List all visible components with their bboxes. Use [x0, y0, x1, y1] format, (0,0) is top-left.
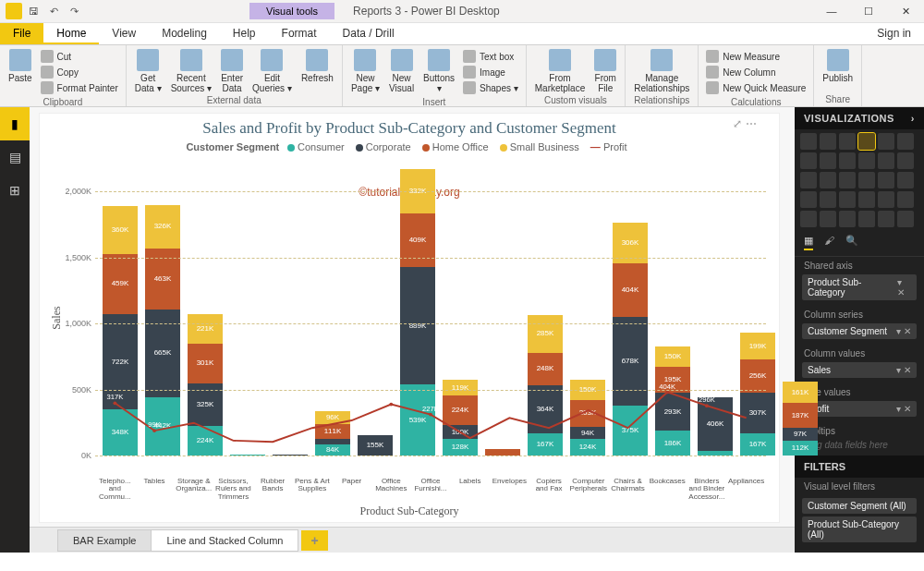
data-view-icon[interactable]: ▤ — [0, 140, 30, 174]
text-box-button[interactable]: Text box — [463, 49, 518, 64]
get-data-button[interactable]: Get Data ▾ — [130, 47, 166, 95]
bar-segment[interactable]: 203K — [570, 400, 605, 427]
shapes-button[interactable]: Shapes ▾ — [463, 80, 518, 95]
refresh-button[interactable]: Refresh — [297, 47, 338, 85]
bar-segment[interactable]: 97K — [783, 428, 818, 441]
bar-segment[interactable]: 364K — [528, 385, 563, 433]
new-measure-button[interactable]: New Measure — [706, 49, 806, 64]
bar-segment[interactable]: 199K — [740, 333, 775, 358]
viz-type-icon[interactable] — [858, 191, 875, 208]
bar-segment[interactable]: 404K — [613, 263, 648, 317]
copy-button[interactable]: Copy — [41, 65, 118, 79]
viz-type-icon[interactable] — [858, 211, 875, 227]
bar-segment[interactable]: 301K — [188, 344, 223, 383]
add-sheet-button[interactable]: + — [301, 530, 327, 551]
edit-queries-button[interactable]: Edit Queries ▾ — [248, 47, 297, 95]
viz-type-icon[interactable] — [839, 133, 856, 150]
focus-mode-icon[interactable]: ⤢ — [733, 117, 742, 130]
bar-segment[interactable]: 150K — [655, 346, 690, 366]
bar-segment[interactable]: 375K — [613, 406, 648, 456]
new-column-button[interactable]: New Column — [706, 65, 806, 79]
bar-segment[interactable]: 112K — [783, 441, 818, 456]
viz-type-icon[interactable] — [839, 211, 856, 227]
model-view-icon[interactable]: ⊞ — [0, 174, 30, 207]
sheet-tab[interactable]: Line and Stacked Column — [151, 529, 298, 552]
tab-view[interactable]: View — [99, 23, 149, 44]
shared-axis-field[interactable]: Product Sub-Category▾ ✕ — [802, 274, 917, 300]
bar-segment[interactable]: 459K — [103, 254, 138, 315]
bar-segment[interactable]: 256K — [740, 359, 775, 394]
viz-type-icon[interactable] — [800, 191, 817, 208]
image-button[interactable]: Image — [463, 65, 518, 79]
bar-segment[interactable]: 326K — [145, 205, 180, 249]
bar-segment[interactable]: 84K — [315, 444, 350, 456]
bar-segment[interactable]: 161K — [783, 382, 818, 403]
bar-segment[interactable]: 665K — [145, 310, 180, 397]
format-painter-button[interactable]: Format Painter — [41, 80, 118, 95]
file-tab[interactable]: File — [0, 23, 43, 44]
tab-modeling[interactable]: Modeling — [149, 23, 220, 44]
bar-segment[interactable]: 187K — [783, 403, 818, 428]
bar-segment[interactable]: 406K — [698, 397, 733, 451]
viz-type-icon[interactable] — [897, 172, 914, 188]
bar-segment[interactable]: 119K — [443, 380, 478, 395]
viz-type-icon[interactable] — [878, 133, 894, 150]
tab-home[interactable]: Home — [43, 23, 99, 44]
column-series-field[interactable]: Customer Segment▾ ✕ — [802, 323, 917, 339]
viz-type-icon[interactable] — [858, 172, 875, 188]
bar-segment[interactable]: 248K — [528, 353, 563, 385]
bar-segment[interactable] — [485, 449, 520, 456]
bar-segment[interactable]: 409K — [400, 213, 435, 267]
cut-button[interactable]: Cut — [41, 49, 118, 64]
remove-field-icon[interactable]: ▾ ✕ — [896, 404, 911, 414]
viz-type-icon[interactable] — [800, 211, 817, 227]
viz-type-icon[interactable] — [897, 211, 914, 227]
viz-type-icon[interactable] — [800, 133, 817, 150]
viz-type-icon[interactable] — [839, 172, 856, 188]
undo-icon[interactable]: ↶ — [44, 2, 63, 20]
bar-segment[interactable]: 94K — [570, 427, 605, 439]
publish-button[interactable]: Publish — [818, 47, 857, 85]
remove-field-icon[interactable]: ▾ ✕ — [897, 277, 911, 298]
remove-field-icon[interactable]: ▾ ✕ — [896, 326, 911, 336]
redo-icon[interactable]: ↷ — [65, 2, 83, 20]
viz-type-icon[interactable] — [820, 211, 836, 227]
bar-segment[interactable]: 128K — [443, 439, 478, 456]
bar-segment[interactable]: 360K — [103, 206, 138, 253]
viz-type-icon[interactable] — [897, 152, 914, 169]
maximize-button[interactable]: ☐ — [850, 0, 887, 23]
bar-segment[interactable]: 889K — [400, 267, 435, 384]
bar-segment[interactable]: 111K — [315, 424, 350, 439]
viz-type-icon[interactable] — [820, 152, 836, 169]
filter-pill[interactable]: Customer Segment (All) — [802, 498, 917, 514]
manage-relationships-button[interactable]: Manage Relationships — [629, 47, 694, 95]
buttons-button[interactable]: Buttons ▾ — [419, 47, 459, 95]
viz-type-icon[interactable] — [858, 152, 875, 169]
line-values-field[interactable]: Profit▾ ✕ — [802, 401, 917, 417]
minimize-button[interactable]: — — [813, 0, 850, 23]
fields-tab-icon[interactable]: ▦ — [804, 235, 813, 250]
tab-help[interactable]: Help — [220, 23, 269, 44]
bar-segment[interactable]: 96K — [315, 411, 350, 424]
new-page-button[interactable]: New Page ▾ — [346, 47, 384, 95]
bar-segment[interactable]: 221K — [188, 314, 223, 344]
bar-segment[interactable]: 678K — [613, 317, 648, 407]
bar-segment[interactable]: 167K — [740, 433, 775, 456]
bar-segment[interactable]: 224K — [443, 395, 478, 425]
chart-visual[interactable]: ⤢ ⋯ Sales and Profit by Product Sub-Cate… — [39, 113, 780, 523]
remove-field-icon[interactable]: ▾ ✕ — [896, 365, 911, 375]
bar-segment[interactable]: 307K — [740, 393, 775, 433]
report-view-icon[interactable]: ▮ — [0, 107, 30, 140]
viz-type-icon[interactable] — [878, 211, 894, 227]
tab-data-drill[interactable]: Data / Drill — [330, 23, 407, 44]
bar-segment[interactable]: 124K — [570, 439, 605, 456]
viz-type-icon[interactable] — [839, 152, 856, 169]
new-quick-measure-button[interactable]: New Quick Measure — [706, 80, 806, 95]
viz-type-icon[interactable] — [897, 133, 914, 150]
from-file-button[interactable]: From File — [590, 47, 621, 95]
column-values-field[interactable]: Sales▾ ✕ — [802, 362, 917, 378]
viz-type-icon[interactable] — [878, 152, 894, 169]
close-button[interactable]: ✕ — [887, 0, 924, 23]
from-marketplace-button[interactable]: From Marketplace — [530, 47, 590, 95]
viz-type-icon[interactable] — [878, 172, 894, 188]
